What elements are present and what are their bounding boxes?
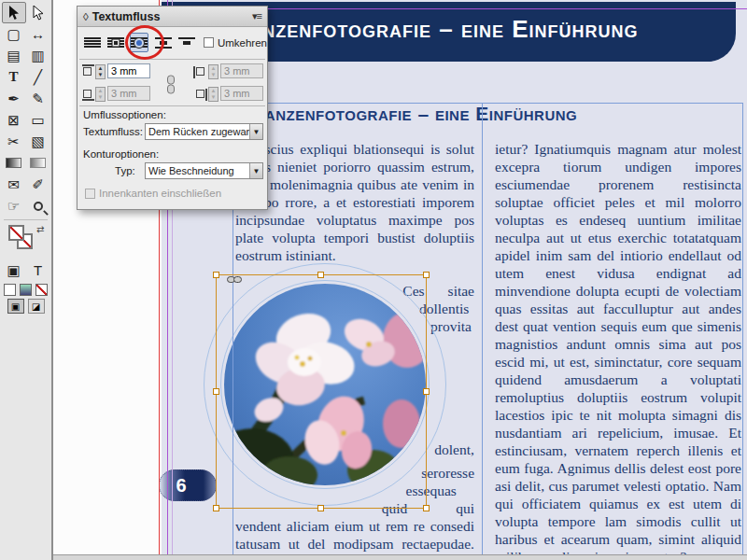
toolbar-separator	[4, 219, 48, 220]
no-wrap-icon	[84, 36, 101, 49]
page-number: 6	[176, 475, 186, 497]
bottom-offset-icon	[83, 90, 92, 98]
hand-tool[interactable]: ☞	[2, 195, 26, 217]
wrap-to-value: Dem Rücken zugewandte S	[146, 126, 249, 137]
text-wrap-panel: ◊ Textumfluss ▾≡	[77, 6, 268, 210]
text-frame-right-edge	[742, 103, 743, 554]
gradient-feather-tool[interactable]	[26, 152, 50, 174]
contour-type-value: Wie Beschneidung	[146, 165, 249, 176]
gradient-tool[interactable]	[2, 152, 26, 174]
preview-view-button[interactable]: ◪	[28, 299, 45, 314]
handle-bottom-left[interactable]	[213, 505, 219, 511]
fill-swatch-none[interactable]	[8, 225, 24, 241]
dropdown-arrow-icon[interactable]: ▼	[249, 163, 262, 178]
top-offset-input[interactable]	[107, 63, 150, 78]
contour-type-dropdown[interactable]: Wie Beschneidung ▼	[145, 162, 263, 179]
wrap-bounding-box-icon	[107, 36, 124, 49]
include-inside-edges-group: Innenkanten einschließen	[85, 188, 221, 199]
handle-top-left[interactable]	[213, 272, 219, 278]
paragraph: te suscius expliqui blationsequi is solu…	[235, 140, 474, 264]
panel-divider	[79, 105, 265, 106]
left-offset-stepper[interactable]: ▲▼	[208, 64, 218, 79]
content-placer-tool[interactable]: ▥	[26, 45, 50, 66]
wrap-options-label: Umflussoptionen:	[83, 109, 166, 120]
wrap-object-shape-icon	[131, 36, 148, 49]
scissors-tool[interactable]: ✂	[2, 131, 26, 152]
page-tool[interactable]: ▢	[2, 23, 26, 45]
rectangle-tool[interactable]: ▭	[26, 109, 50, 131]
selection-bounding-box[interactable]	[216, 274, 427, 509]
bottom-scrollbar-strip[interactable]	[53, 554, 747, 560]
left-offset-icon	[196, 67, 204, 76]
gradient-feather-tool-icon	[30, 158, 46, 168]
dropdown-arrow-icon[interactable]: ▼	[249, 124, 262, 139]
panel-title: Textumfluss	[92, 10, 161, 23]
free-transform-tool[interactable]: ▧	[26, 131, 50, 152]
direct-selection-tool-icon	[32, 6, 44, 21]
top-offset-stepper[interactable]: ▲▼	[95, 64, 106, 79]
fill-stroke-swatches[interactable]: ⇄	[7, 224, 45, 258]
wrap-to-dropdown[interactable]: Dem Rücken zugewandte S ▼	[145, 123, 263, 140]
apply-color-button[interactable]	[4, 284, 16, 296]
eyedropper-tool[interactable]: ✐	[26, 174, 50, 195]
wrap-to-label: Textumfluss:	[83, 126, 143, 137]
handle-top-right[interactable]	[423, 272, 430, 278]
content-collector-tool[interactable]: ▤	[2, 45, 26, 66]
formatting-affects-text[interactable]: T	[26, 259, 50, 281]
pen-tool[interactable]: ✒	[2, 88, 26, 109]
bottom-offset-input	[107, 86, 150, 101]
gradient-tool-icon	[6, 158, 21, 168]
paragraph: ietur? Ignatiumquis magnam atur molest e…	[495, 140, 741, 560]
normal-view-button[interactable]: ▣	[7, 299, 24, 314]
bottom-offset-stepper[interactable]: ▲▼	[95, 87, 106, 102]
left-offset-input	[220, 63, 263, 78]
text-frame-top-edge	[233, 103, 742, 104]
right-offset-input	[220, 86, 263, 101]
apply-none-button[interactable]	[35, 284, 48, 296]
text-column-right: ietur? Ignatiumquis magnam atur molest e…	[495, 140, 741, 560]
page-heading: Pflanzenfotografie – eine Einführung	[233, 103, 577, 125]
contour-options-label: Konturoptionen:	[83, 148, 159, 160]
direct-selection-tool[interactable]	[26, 2, 50, 23]
tools-panel: ▢ ↔ ▤ ▥ T ╱ ✒ ✎ ⊠ ▭ ✂ ▧ ✉ ✐ ☞ ⇄ ▣ T ▣ ◪	[0, 0, 53, 560]
panel-menu-icon[interactable]: ▾≡	[252, 10, 261, 22]
invert-checkbox-group[interactable]: Umkehren	[204, 37, 267, 49]
handle-top-center[interactable]	[317, 272, 324, 278]
invert-checkbox[interactable]	[204, 37, 214, 48]
handle-middle-right[interactable]	[423, 388, 430, 395]
banner-title: Pflanzenfotografie – eine Einführung	[210, 15, 638, 44]
swap-fill-stroke-icon[interactable]: ⇄	[36, 224, 44, 234]
wrap-mode-object-shape[interactable]	[130, 33, 148, 52]
zoom-tool[interactable]	[26, 195, 50, 217]
wrap-mode-jump-to-next-column[interactable]	[178, 33, 196, 52]
link-offsets-icon[interactable]	[166, 75, 176, 95]
type-tool[interactable]: T	[2, 66, 26, 88]
wrap-mode-jump-object[interactable]	[154, 33, 172, 52]
handle-bottom-center[interactable]	[317, 505, 324, 511]
note-tool[interactable]: ✉	[2, 174, 26, 195]
right-offset-stepper[interactable]: ▲▼	[208, 87, 218, 102]
include-inside-edges-label: Innenkanten einschließen	[99, 188, 221, 199]
pencil-tool[interactable]: ✎	[26, 88, 50, 109]
frame-tool[interactable]: ⊠	[2, 109, 26, 131]
line-tool[interactable]: ╱	[26, 66, 50, 88]
selection-tool[interactable]	[2, 2, 26, 23]
apply-gradient-button[interactable]	[20, 284, 32, 296]
gap-tool[interactable]: ↔	[26, 23, 50, 45]
top-offset-icon	[83, 67, 92, 76]
panel-collapse-icon[interactable]: ◊	[83, 11, 89, 22]
invert-label: Umkehren	[218, 37, 267, 49]
right-offset-icon	[196, 90, 204, 98]
selection-tool-icon	[7, 6, 20, 21]
handle-bottom-right[interactable]	[423, 505, 430, 511]
wrap-mode-bounding-box[interactable]	[106, 33, 124, 52]
jump-next-column-icon	[178, 36, 195, 49]
wrap-mode-no-wrap[interactable]	[83, 33, 101, 52]
zoom-tool-icon	[34, 202, 43, 211]
wrap-mode-buttons: Umkehren	[78, 33, 267, 52]
linked-content-icon	[227, 271, 242, 287]
handle-middle-left[interactable]	[213, 388, 219, 395]
indesign-workspace: { "panel": { "title": "Textumfluss", "co…	[0, 0, 747, 560]
formatting-affects-container[interactable]: ▣	[2, 259, 26, 281]
panel-titlebar[interactable]: ◊ Textumfluss ▾≡	[78, 7, 267, 27]
